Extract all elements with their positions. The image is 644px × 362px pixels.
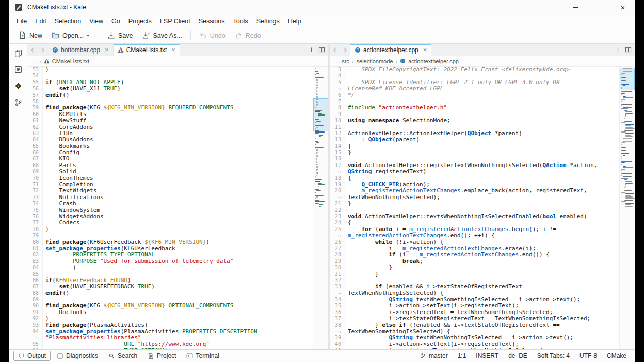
line-number: 95 [27, 341, 43, 348]
code-line[interactable]: 77 Codecs [27, 220, 313, 226]
minimap-right[interactable] [619, 67, 635, 349]
code-line[interactable]: 23void ActionTextHelper::textsWhenNothin… [330, 213, 619, 220]
line-number: 14 [330, 143, 345, 150]
git-branch-status[interactable]: master [420, 352, 448, 359]
code-line[interactable]: 88endif() [27, 290, 313, 297]
code-line[interactable]: 41 i->registeredText = textWhenNothingIs… [330, 348, 619, 349]
code-line[interactable]: 31 } [330, 271, 619, 277]
breadcrumb-folder[interactable]: src [342, 58, 349, 64]
minimap-line [315, 108, 327, 109]
new-tab-icon[interactable] [615, 47, 621, 53]
menu-view[interactable]: View [85, 16, 107, 26]
code-line[interactable]: 84 ) [27, 265, 313, 271]
line-number: 63 [27, 130, 43, 137]
menu-tools[interactable]: Tools [229, 16, 252, 26]
git-icon[interactable] [13, 81, 23, 91]
code-line[interactable]: 91 DocTools [27, 309, 313, 316]
tab-bottombar-cpp[interactable]: C bottombar.cpp × [48, 44, 114, 56]
close-button[interactable]: × [611, 0, 635, 14]
code-line[interactable]: 96 TYPE OPTIONAL [27, 348, 313, 349]
tab-mode[interactable]: Soft Tabs: 4 [537, 352, 570, 359]
editor-right[interactable]: 3 SPDX-FileCopyrightText: 2022 Felix Ern… [330, 67, 635, 349]
menu-edit[interactable]: Edit [31, 16, 51, 26]
save-as-button[interactable]: Save As... [138, 29, 186, 41]
cursor-position[interactable]: 1:1 [458, 352, 466, 359]
project-toggle[interactable]: Project [143, 351, 180, 360]
split-view-icon[interactable] [318, 47, 325, 53]
minimap-left[interactable] [313, 67, 328, 349]
minimize-button[interactable] [564, 0, 587, 14]
breadcrumb-ellipsis[interactable]: ... [334, 58, 339, 64]
code-line[interactable]: 57endif() [27, 92, 313, 98]
history-forward-icon[interactable] [340, 44, 350, 56]
code-line[interactable]: 21} [330, 201, 619, 207]
code-line[interactable]: 14{ [330, 143, 619, 150]
history-back-icon[interactable] [27, 44, 38, 56]
branch-tool-icon[interactable] [14, 98, 23, 107]
code-line[interactable]: 6*/ [330, 92, 619, 98]
menu-lsp-client[interactable]: LSP Client [156, 16, 195, 26]
menu-file[interactable]: File [12, 16, 31, 26]
terminal-toggle[interactable]: Terminal [182, 351, 223, 360]
code-line[interactable]: ↪TextWhenNothingIsSelected); [330, 194, 619, 201]
code-line[interactable]: 53) [27, 67, 313, 73]
minimap-line [624, 179, 627, 180]
menu-selection[interactable]: Selection [51, 16, 85, 26]
code-line[interactable]: 13 : QObject(parent) [330, 137, 619, 143]
code-line[interactable]: 78) [27, 226, 313, 233]
redo-button[interactable]: Redo [231, 29, 265, 41]
open-button[interactable]: Open... [47, 29, 94, 41]
menu-help[interactable]: Help [284, 16, 305, 26]
menu-settings[interactable]: Settings [252, 16, 284, 26]
menu-projects[interactable]: Projects [124, 16, 156, 26]
code-line[interactable]: 87 set(HAVE_KUSERFEEDBACK TRUE) [27, 284, 313, 290]
breadcrumb-file[interactable]: actiontexthelper.cpp [408, 58, 459, 64]
code-line[interactable]: 10using namespace SelectionMode; [330, 118, 619, 124]
code-line[interactable]: 66 Config [27, 150, 313, 156]
statusbar: Output Diagnostics Search Project Termin… [9, 349, 635, 362]
breadcrumb-folder[interactable]: selectionmode [357, 58, 393, 64]
undo-button[interactable]: Undo [195, 29, 230, 41]
output-toggle[interactable]: Output [13, 351, 51, 361]
breadcrumb-ellipsis[interactable]: ... [32, 58, 37, 64]
toolbar: New Open... Save Save As... Undo Redo [9, 27, 635, 44]
symbols-outline-icon[interactable] [14, 65, 23, 74]
highlight-mode[interactable]: CMake [607, 352, 626, 359]
code-line[interactable]: ↪LicenseRef-KDE-Accepted-LGPL [330, 86, 619, 92]
code-area-right[interactable]: 3 SPDX-FileCopyrightText: 2022 Felix Ern… [330, 67, 619, 349]
dictionary[interactable]: de_DE [508, 352, 527, 359]
minimap-line [316, 169, 318, 170]
breadcrumb-file[interactable]: CMakeLists.txt [52, 58, 89, 64]
minimap-line [621, 175, 622, 176]
documents-icon[interactable] [14, 49, 23, 58]
tab-cmakelists-txt[interactable]: CMakeLists.txt × [114, 44, 180, 56]
code-area-left[interactable]: 53)5455if (UNIX AND NOT APPLE)56 set(HAV… [27, 67, 313, 349]
line-number: 66 [27, 150, 43, 156]
breadcrumb-left: ... › CMakeLists.txt [27, 56, 328, 67]
code-line[interactable]: 3 SPDX-FileCopyrightText: 2022 Felix Ern… [330, 67, 619, 73]
save-button[interactable]: Save [103, 29, 137, 41]
close-tab-icon[interactable]: × [423, 46, 427, 53]
code-line[interactable]: 15} [330, 150, 619, 156]
split-view-icon[interactable] [625, 47, 632, 53]
editor-left[interactable]: 53)5455if (UNIX AND NOT APPLE)56 set(HAV… [27, 67, 328, 349]
maximize-button[interactable] [587, 0, 611, 14]
new-button[interactable]: New [14, 29, 46, 41]
menu-go[interactable]: Go [107, 16, 124, 26]
history-forward-icon[interactable] [38, 44, 48, 56]
minimap-line [316, 87, 318, 88]
close-tab-icon[interactable]: × [105, 46, 109, 53]
code-line[interactable]: ↪QString registeredText) [330, 169, 619, 175]
menu-sessions[interactable]: Sessions [195, 16, 229, 26]
line-number: 56 [27, 86, 43, 92]
code-line[interactable]: 8#include "actiontexthelper.h" [330, 105, 619, 111]
search-toggle[interactable]: Search [104, 351, 141, 360]
close-tab-icon[interactable]: × [171, 46, 175, 53]
input-mode[interactable]: INSERT [476, 352, 498, 359]
history-back-icon[interactable] [330, 44, 340, 56]
diagnostics-toggle[interactable]: Diagnostics [53, 351, 102, 360]
tab-actiontexthelper-cpp[interactable]: C actiontexthelper.cpp × [350, 44, 431, 56]
code-line[interactable]: 56 set(HAVE_X11 TRUE) [27, 86, 313, 92]
new-tab-icon[interactable] [309, 47, 314, 53]
encoding[interactable]: UTF-8 [579, 352, 597, 359]
